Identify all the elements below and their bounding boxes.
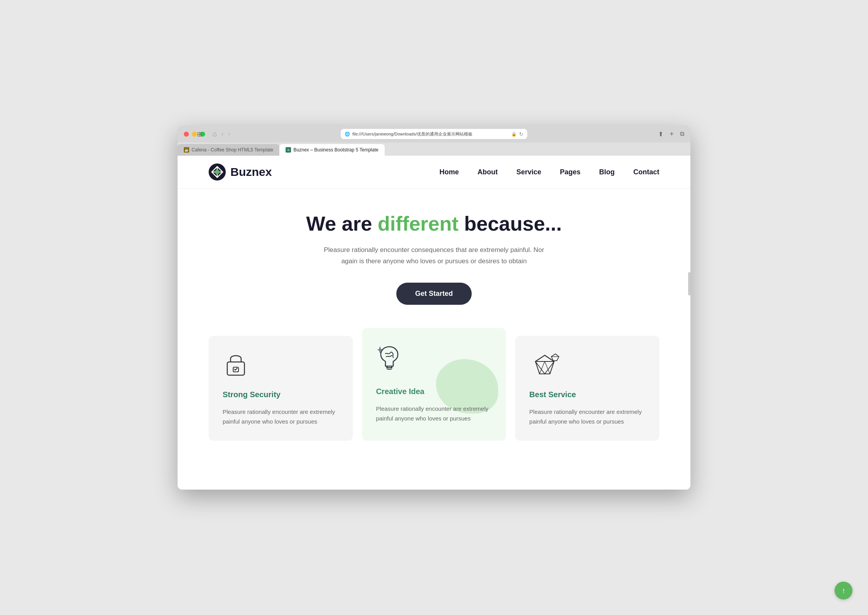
lock-icon xyxy=(223,351,339,379)
nav-blog[interactable]: Blog xyxy=(599,168,615,176)
card-service-title: Best Service xyxy=(529,390,645,399)
new-tab-icon[interactable]: + xyxy=(669,130,674,138)
up-arrow-icon: ↑ xyxy=(842,586,845,595)
logo[interactable]: Buznex xyxy=(209,163,272,181)
hero-section: We are different because... Pleasure rat… xyxy=(178,189,690,320)
back-to-top-button[interactable]: ↑ xyxy=(835,582,852,599)
tab-cafena[interactable]: ☕ Cafena - Coffee Shop HTML5 Template xyxy=(178,144,279,156)
globe-icon: 🌐 xyxy=(345,132,350,137)
tab-label-buznex: Buznex – Business Bootstrap 5 Template xyxy=(293,147,378,153)
card-security-text: Pleasure rationally encounter are extrem… xyxy=(223,407,339,427)
lock-icon-small: 🔒 xyxy=(511,132,517,137)
card-security-title: Strong Security xyxy=(223,390,339,399)
scroll-indicator[interactable] xyxy=(688,272,690,295)
tab-label-cafena: Cafena - Coffee Shop HTML5 Template xyxy=(192,147,273,153)
hero-subtitle-line2: again is there anyone who loves or pursu… xyxy=(341,257,526,265)
toolbar-right: ⬆ + ⧉ xyxy=(658,130,684,138)
svg-rect-2 xyxy=(227,362,244,375)
nav-links: Home About Service Pages Blog Contact xyxy=(439,168,659,176)
nav-about[interactable]: About xyxy=(478,168,498,176)
diamond-icon xyxy=(529,351,645,379)
forward-icon[interactable]: › xyxy=(228,130,230,137)
get-started-button[interactable]: Get Started xyxy=(396,283,471,305)
share-icon[interactable]: ⬆ xyxy=(658,130,663,138)
hero-title-before: We are xyxy=(306,212,378,235)
tab-bar: ☕ Cafena - Coffee Shop HTML5 Template B … xyxy=(178,142,690,156)
browser-window: ⊞ ⌂ ‹ › 🌐 file:///Users/janewong/Downloa… xyxy=(178,125,690,490)
card-creative-title: Creative Idea xyxy=(376,387,492,396)
hero-title-highlight: different xyxy=(378,212,458,235)
nav-home[interactable]: Home xyxy=(439,168,459,176)
grid-icon[interactable]: ⊞ xyxy=(197,130,202,138)
nav-contact[interactable]: Contact xyxy=(633,168,659,176)
tab-buznex[interactable]: B Buznex – Business Bootstrap 5 Template xyxy=(279,144,385,156)
sidebar-icon[interactable]: ⧉ xyxy=(680,130,684,137)
card-security: Strong Security Pleasure rationally enco… xyxy=(209,336,353,441)
card-service-text: Pleasure rationally encounter are extrem… xyxy=(529,407,645,427)
nav-arrows: ⌂ ‹ › xyxy=(213,130,230,138)
card-creative: Creative Idea Pleasure rationally encoun… xyxy=(362,328,506,441)
tab-favicon-cafena: ☕ xyxy=(184,147,189,153)
logo-icon xyxy=(209,163,226,181)
refresh-icon[interactable]: ↻ xyxy=(519,131,523,137)
page-content: Buznex Home About Service Pages Blog Con… xyxy=(178,156,690,490)
logo-text: Buznex xyxy=(230,165,272,179)
hero-title: We are different because... xyxy=(209,212,659,235)
nav-service[interactable]: Service xyxy=(516,168,541,176)
navbar: Buznex Home About Service Pages Blog Con… xyxy=(178,156,690,189)
back-icon[interactable]: ‹ xyxy=(221,130,223,137)
cards-section: Strong Security Pleasure rationally enco… xyxy=(178,320,690,464)
close-button[interactable] xyxy=(184,132,189,137)
svg-marker-17 xyxy=(551,354,559,361)
card-creative-text: Pleasure rationally encounter are extrem… xyxy=(376,404,492,424)
nav-pages[interactable]: Pages xyxy=(560,168,580,176)
tab-favicon-buznex: B xyxy=(286,147,291,153)
hero-subtitle: Pleasure rationally encounter consequenc… xyxy=(302,245,566,267)
svg-point-1 xyxy=(215,170,220,174)
home-icon[interactable]: ⌂ xyxy=(213,130,217,138)
minimize-button[interactable] xyxy=(192,132,197,137)
card-service: Best Service Pleasure rationally encount… xyxy=(515,336,659,441)
hero-title-after: because... xyxy=(458,212,562,235)
titlebar: ⊞ ⌂ ‹ › 🌐 file:///Users/janewong/Downloa… xyxy=(178,125,690,142)
svg-marker-12 xyxy=(535,355,554,374)
address-text: file:///Users/janewong/Downloads/优质的通用企业… xyxy=(352,131,472,137)
brain-icon xyxy=(376,344,492,376)
address-bar[interactable]: 🌐 file:///Users/janewong/Downloads/优质的通用… xyxy=(341,129,527,139)
hero-subtitle-line1: Pleasure rationally encounter consequenc… xyxy=(324,246,544,254)
